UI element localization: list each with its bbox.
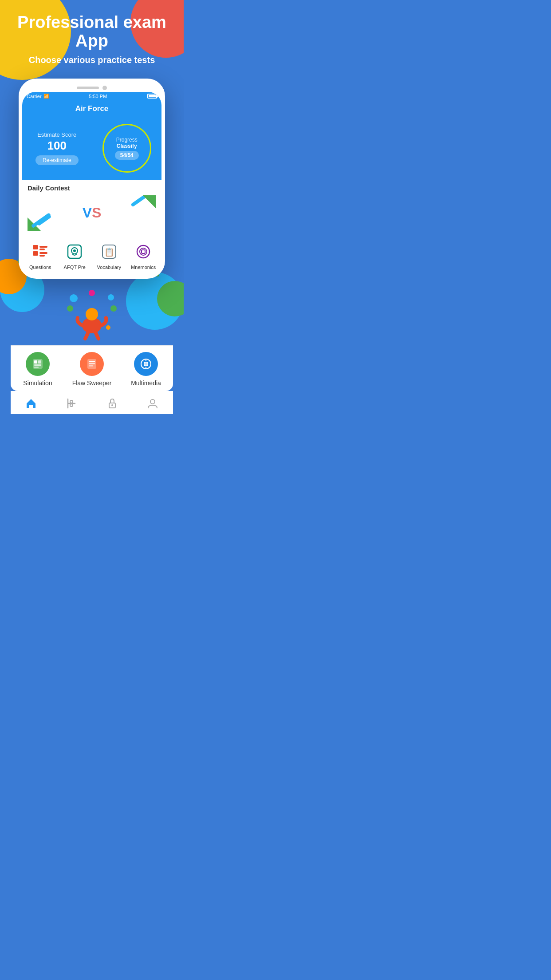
re-estimate-button[interactable]: Re-estimate (35, 155, 79, 165)
menu-item-questions[interactable]: Questions (24, 240, 57, 272)
battery-fill (149, 95, 156, 97)
tab-section: Simulation Flaw Sweeper (11, 345, 173, 391)
mascot-area (0, 279, 184, 345)
svg-rect-0 (33, 245, 38, 249)
svg-point-31 (111, 404, 113, 406)
status-time: 5:50 PM (89, 94, 107, 99)
status-left: Carrier 📶 (27, 94, 49, 99)
phone-speaker (77, 87, 99, 89)
estimate-section: Estimate Score 100 Re-estimate (27, 131, 87, 165)
vocabulary-icon: 📋 (99, 241, 119, 262)
svg-rect-22 (89, 361, 95, 362)
menu-grid: Questions AFQT Pre (22, 233, 161, 275)
bottom-nav-bar (11, 391, 173, 414)
battery-icon (147, 94, 157, 99)
nav-practice[interactable] (51, 395, 92, 411)
questions-icon (30, 241, 51, 262)
menu-label-vocabulary: Vocabulary (97, 265, 121, 270)
phone-top (22, 82, 161, 92)
menu-item-afqt[interactable]: AFQT Pre (59, 240, 91, 272)
svg-rect-18 (38, 360, 41, 364)
tab-flaw-sweeper-label: Flaw Sweeper (72, 379, 112, 387)
promo-wrapper: Professional exam App Choose various pra… (0, 0, 184, 414)
svg-rect-2 (39, 246, 47, 248)
app-title: Air Force (27, 104, 157, 113)
main-tab-bar: Simulation Flaw Sweeper (11, 345, 173, 391)
svg-point-32 (150, 399, 155, 404)
nav-home[interactable] (11, 395, 51, 411)
svg-rect-1 (33, 251, 38, 256)
progress-label: Progress (116, 137, 138, 143)
hero-section: Professional exam App Choose various pra… (0, 0, 184, 74)
svg-point-28 (70, 400, 73, 403)
tab-multimedia-label: Multimedia (131, 379, 161, 387)
svg-rect-3 (39, 249, 45, 250)
score-divider (92, 133, 92, 164)
menu-label-questions: Questions (29, 265, 51, 270)
svg-rect-5 (39, 255, 45, 257)
wifi-icon: 📶 (43, 94, 49, 99)
phone-camera (102, 86, 107, 90)
tab-flaw-sweeper[interactable]: Flaw Sweeper (65, 352, 119, 387)
mascot-svg (70, 296, 114, 341)
outer-bottom: Simulation Flaw Sweeper (0, 279, 184, 414)
status-bar: Carrier 📶 5:50 PM (22, 92, 161, 101)
progress-circle: Progress Classify 54/54 (102, 124, 151, 173)
tab-simulation-label: Simulation (23, 379, 52, 387)
estimate-value: 100 (27, 139, 87, 153)
svg-point-15 (86, 308, 98, 320)
vs-text: VS (83, 205, 102, 221)
progress-section: Progress Classify 54/54 (97, 124, 157, 173)
menu-item-vocabulary[interactable]: 📋 Vocabulary (93, 240, 126, 272)
svg-point-11 (137, 245, 150, 258)
tab-multimedia[interactable]: Multimedia (119, 352, 173, 387)
vs-s: S (92, 205, 101, 221)
svg-rect-20 (34, 367, 39, 368)
svg-text:📋: 📋 (104, 247, 114, 257)
mascot-container (65, 288, 118, 341)
carrier-label: Carrier (27, 94, 42, 99)
menu-item-mnemonics[interactable]: Mnemonics (127, 240, 160, 272)
svg-rect-13 (142, 250, 145, 253)
phone-inner: Carrier 📶 5:50 PM Air Force Estimate Sco… (22, 92, 161, 275)
menu-label-mnemonics: Mnemonics (131, 265, 156, 270)
vs-corner-right (143, 195, 156, 209)
daily-contest-title: Daily Contest (28, 184, 156, 192)
svg-rect-17 (34, 360, 37, 364)
afqt-icon (64, 241, 85, 262)
simulation-icon (26, 352, 50, 376)
phone-container: Carrier 📶 5:50 PM Air Force Estimate Sco… (0, 79, 184, 279)
hero-title: Professional exam App (9, 13, 175, 51)
menu-label-afqt: AFQT Pre (64, 265, 86, 270)
estimate-label: Estimate Score (27, 131, 87, 138)
dot-pink (89, 290, 95, 296)
nav-profile[interactable] (133, 395, 173, 411)
hero-subtitle: Choose various practice tests (9, 55, 175, 65)
phone-mockup: Carrier 📶 5:50 PM Air Force Estimate Sco… (19, 79, 165, 279)
daily-contest: Daily Contest VS (22, 180, 161, 233)
svg-rect-19 (34, 364, 41, 366)
app-header: Air Force (22, 101, 161, 119)
svg-rect-4 (39, 252, 47, 254)
svg-rect-23 (89, 363, 95, 364)
svg-point-29 (70, 404, 73, 407)
vs-area: VS (28, 195, 156, 231)
svg-point-8 (73, 249, 76, 252)
progress-value: 54/54 (115, 151, 139, 160)
vs-v: V (83, 205, 92, 221)
flaw-sweeper-icon (80, 352, 104, 376)
svg-rect-24 (89, 365, 93, 367)
nav-lock[interactable] (92, 395, 133, 411)
svg-point-12 (140, 248, 147, 255)
score-section: Estimate Score 100 Re-estimate Progress … (22, 119, 161, 180)
progress-sublabel: Classify (117, 143, 137, 149)
multimedia-icon (134, 352, 158, 376)
svg-point-26 (144, 362, 148, 366)
tab-simulation[interactable]: Simulation (11, 352, 65, 387)
mnemonics-icon (133, 241, 153, 262)
